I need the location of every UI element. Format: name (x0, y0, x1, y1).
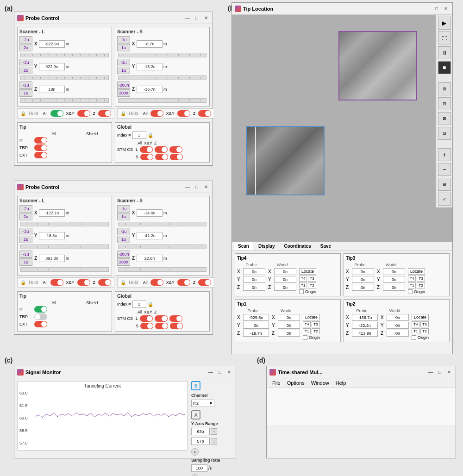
menu-help[interactable]: Help (333, 379, 349, 387)
zoom-out-button[interactable]: − (438, 163, 451, 176)
tip3-t2-btn[interactable]: T2 (417, 282, 425, 288)
probe2-ss-z-neg[interactable]: -200n (117, 251, 130, 258)
probe1-ext-all-toggle[interactable] (34, 152, 47, 158)
y-down-arrow[interactable]: ↓ (211, 438, 217, 445)
overlay4-button[interactable]: ⊡ (438, 127, 451, 140)
probe1-sl-z-slider[interactable] (20, 98, 109, 103)
probe2-ss-y-slider[interactable] (118, 244, 206, 249)
probe1-l-all-toggle[interactable] (140, 146, 153, 153)
probe2-maximize[interactable]: □ (193, 183, 200, 191)
probe2-hold-xys-toggle[interactable] (177, 279, 190, 286)
probe2-hold-zs-toggle[interactable] (198, 279, 211, 286)
probe2-sl-x-pos[interactable]: 2u (19, 213, 32, 220)
tip1-t4-btn[interactable]: T4 (303, 321, 311, 327)
tip3-origin-checkbox[interactable] (408, 289, 413, 294)
tab-display[interactable]: Display (254, 242, 279, 250)
probe2-hold-xy-toggle[interactable] (77, 279, 90, 286)
probe2-s-all-toggle[interactable] (140, 323, 153, 329)
tip3-locate-btn[interactable]: Locate (408, 268, 425, 275)
probe1-hold-xy-toggle[interactable] (77, 110, 90, 117)
probe2-ss-y-neg[interactable]: -1u (117, 228, 130, 235)
overlay2-button[interactable]: ⊟ (438, 97, 451, 110)
probe2-s-xy-toggle[interactable] (155, 323, 168, 329)
tip2-origin-checkbox[interactable] (412, 335, 416, 340)
probe1-hold-z-toggle[interactable] (98, 110, 111, 117)
probe1-hold-all-s-toggle[interactable] (150, 110, 163, 117)
menu-options[interactable]: Options (284, 379, 307, 387)
menu-file[interactable]: File (269, 379, 283, 387)
probe2-ss-x-neg[interactable]: -1u (117, 205, 130, 213)
tip2-t1-btn[interactable]: T1 (412, 328, 419, 334)
probe1-sl-y-slider[interactable] (20, 75, 109, 80)
probe2-sl-x-neg[interactable]: -2u (19, 205, 32, 213)
probe2-l-xy-toggle[interactable] (155, 315, 168, 322)
probe2-ss-z-pos[interactable]: 200n (117, 258, 130, 266)
tip3-t4-btn[interactable]: T4 (408, 276, 416, 282)
tsm-minimize[interactable]: — (427, 369, 434, 376)
probe2-sl-y-pos[interactable]: 2u (19, 236, 32, 243)
probe1-s-all-toggle[interactable] (140, 154, 153, 160)
probe2-ext-toggle[interactable] (34, 321, 47, 327)
signal-monitor-minimize[interactable]: — (207, 369, 214, 376)
probe1-ss-z-slider[interactable] (118, 98, 206, 103)
probe2-ss-x-slider[interactable] (118, 222, 206, 226)
probe1-maximize[interactable]: □ (193, 14, 200, 22)
probe1-sl-y-pos[interactable]: 2u (19, 67, 32, 74)
probe2-s-z-toggle[interactable] (170, 323, 183, 329)
probe1-l-z-toggle[interactable] (169, 146, 182, 153)
tip4-origin-checkbox[interactable] (299, 289, 304, 294)
probe1-hold-zs-toggle[interactable] (198, 110, 211, 117)
channel-dropdown[interactable]: IT2 ▼ (191, 400, 214, 407)
tip-location-maximize[interactable]: □ (433, 5, 440, 13)
probe2-it-toggle[interactable] (34, 306, 47, 313)
probe1-ss-y-slider[interactable] (118, 75, 206, 80)
tsm-close[interactable]: ✕ (445, 369, 453, 376)
tip1-t2-btn[interactable]: T2 (312, 328, 319, 334)
tip1-origin-checkbox[interactable] (303, 335, 307, 340)
probe1-sl-x-pos[interactable]: 2u (19, 44, 32, 51)
probe1-ss-z-neg[interactable]: -200n (117, 81, 130, 89)
probe1-sl-x-slider[interactable] (20, 53, 109, 57)
probe1-ss-x-pos[interactable]: 1u (117, 44, 130, 51)
probe2-sl-y-slider[interactable] (20, 244, 109, 249)
signal-monitor-close[interactable]: ✕ (225, 369, 233, 376)
probe1-ss-z-pos[interactable]: 200n (117, 89, 130, 97)
probe1-l-xy-toggle[interactable] (155, 146, 168, 153)
fit-view-button[interactable]: ⊞ (438, 178, 451, 191)
probe1-ss-y-pos[interactable]: 1u (117, 67, 130, 74)
probe2-ss-x-pos[interactable]: 1u (117, 213, 130, 220)
probe2-hold-all-s-toggle[interactable] (150, 279, 163, 286)
tip2-t3-btn[interactable]: T3 (420, 321, 428, 327)
tip1-t3-btn[interactable]: T3 (312, 321, 319, 327)
tip4-t3-btn[interactable]: T3 (308, 276, 316, 282)
tsm-maximize[interactable]: □ (436, 369, 444, 376)
probe2-sl-x-slider[interactable] (20, 222, 109, 226)
overlay3-button[interactable]: ⊠ (438, 112, 451, 125)
tip2-locate-btn[interactable]: Locate (412, 314, 429, 320)
overlay1-button[interactable]: ⊞ (438, 82, 451, 95)
probe1-ss-y-neg[interactable]: -1u (117, 59, 130, 66)
probe1-sl-z-neg[interactable]: -1u (19, 81, 32, 89)
probe2-hold-z-toggle[interactable] (98, 279, 111, 286)
tip2-t4-btn[interactable]: T4 (412, 321, 419, 327)
tip1-t1-btn[interactable]: T1 (303, 328, 311, 334)
pause-button[interactable]: ⏸ (438, 46, 451, 59)
tip1-locate-btn[interactable]: Locate (303, 314, 320, 320)
probe2-hold-all-toggle[interactable] (50, 279, 63, 286)
probe2-sl-z-pos[interactable]: 1u (19, 258, 32, 266)
probe2-minimize[interactable]: — (184, 183, 191, 191)
probe2-trp-toggle[interactable] (34, 313, 47, 320)
probe2-ss-y-pos[interactable]: 1u (117, 236, 130, 243)
play-button[interactable]: ▶ (438, 17, 451, 30)
probe1-sl-z-pos[interactable]: 1u (19, 89, 32, 97)
probe2-close[interactable]: ✕ (202, 183, 210, 191)
probe1-close[interactable]: ✕ (202, 14, 210, 22)
tip4-t4-btn[interactable]: T4 (299, 276, 307, 282)
tip4-locate-btn[interactable]: Locate (299, 268, 316, 275)
probe1-it-all-toggle[interactable] (34, 137, 47, 144)
probe2-ss-z-slider[interactable] (118, 267, 206, 272)
tip3-t3-btn[interactable]: T3 (417, 276, 425, 282)
probe2-sl-y-neg[interactable]: -2u (19, 228, 32, 235)
probe1-s-xy-toggle[interactable] (155, 154, 168, 160)
probe1-trp-all-toggle[interactable] (34, 144, 47, 151)
